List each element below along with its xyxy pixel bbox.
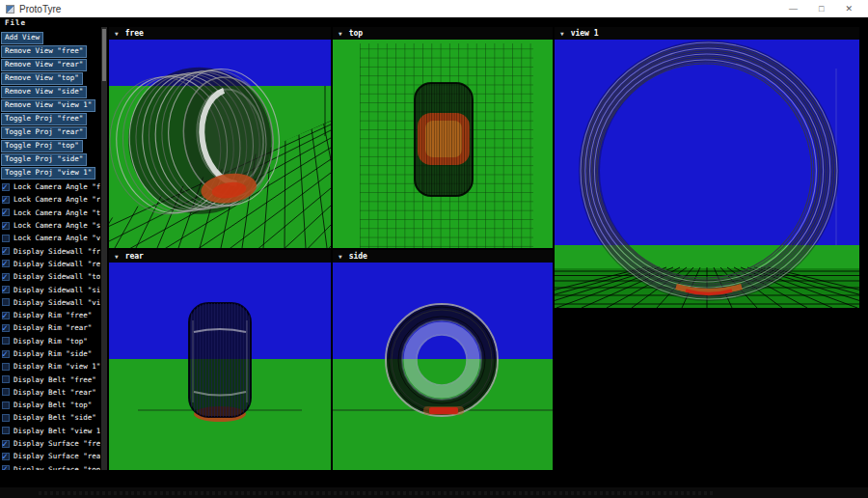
checkbox-unchecked[interactable] [2,298,10,306]
checkbox-checked[interactable]: ✓ [2,208,10,216]
viewport-free-scene[interactable] [109,40,331,248]
sidebar-button[interactable]: Remove View "top" [1,72,83,85]
sidebar-checkbox-row[interactable]: Display Belt "view 1" [0,425,100,437]
checkbox-checked[interactable]: ✓ [2,260,10,267]
checkbox-label: Lock Camera Angle "top" [14,208,100,217]
viewport-view1-scene[interactable] [555,40,859,308]
maximize-button[interactable]: □ [819,4,824,14]
checkbox-unchecked[interactable] [2,375,10,383]
checkbox-unchecked[interactable] [2,427,10,434]
viewport-top: ▼ top [333,27,553,248]
sidebar-checkbox-row[interactable]: ✓Display Surface "rear" [0,450,100,462]
checkbox-label: Display Rim "view 1" [14,362,100,371]
app-icon [6,5,14,14]
checkbox-checked[interactable]: ✓ [2,465,10,470]
sidebar-button[interactable]: Remove View "view 1" [1,99,95,112]
tire-model [189,303,251,422]
checkbox-checked[interactable]: ✓ [2,453,10,460]
menu-bar: File [0,17,868,27]
checkbox-label: Display Rim "top" [14,337,88,346]
viewport-side-scene[interactable] [333,263,553,470]
close-button[interactable]: ✕ [845,4,853,14]
sidebar-button[interactable]: Toggle Proj "view 1" [1,167,95,180]
sidebar-checkbox-row[interactable]: ✓Display Sidewall "side" [0,283,100,295]
sidebar-checkbox-row[interactable]: ✓Display Surface "free" [0,437,100,450]
checkbox-unchecked[interactable] [2,337,10,345]
sidebar-button[interactable]: Toggle Proj "free" [1,113,87,125]
checkbox-unchecked[interactable] [2,414,10,422]
sidebar-checkbox-row[interactable]: ✓Lock Camera Angle "rear" [0,193,100,206]
viewport-free-header[interactable]: ▼ free [109,27,331,40]
sidebar-checkbox-row[interactable]: ✓Display Sidewall "rear" [0,258,100,270]
viewport-rear: ▼ rear [109,250,331,470]
tire-model [415,83,473,196]
collapse-icon[interactable]: ▼ [339,253,342,260]
checkbox-label: Lock Camera Angle "free" [14,182,100,191]
checkbox-checked[interactable]: ✓ [2,183,10,191]
viewport-rear-scene[interactable] [109,263,331,470]
sidebar-checkbox-row[interactable]: ✓Display Surface "top" [0,463,100,470]
sidebar-checkbox-row[interactable]: ✓Display Rim "free" [0,309,100,321]
scrollbar-thumb[interactable] [102,29,106,81]
sidebar-scrollbar[interactable] [101,27,107,470]
checkbox-checked[interactable]: ✓ [2,350,10,358]
sidebar-checkbox-row[interactable]: ✓Lock Camera Angle "side" [0,219,100,232]
menu-item-file[interactable]: File [5,18,26,27]
minimize-button[interactable]: — [789,4,798,14]
sidebar-checkbox-row[interactable]: ✓Lock Camera Angle "top" [0,207,100,219]
sidebar-button[interactable]: Remove View "rear" [1,59,87,71]
sidebar-button[interactable]: Toggle Proj "rear" [1,126,87,139]
sidebar-button[interactable]: Remove View "side" [1,86,87,98]
sidebar-checkbox-row[interactable]: Display Sidewall "view 1" [0,296,100,309]
sidebar-checkbox-row[interactable]: ✓Display Sidewall "free" [0,244,100,257]
checkbox-unchecked[interactable] [2,235,10,242]
checkbox-checked[interactable]: ✓ [2,247,10,255]
checkbox-checked[interactable]: ✓ [2,324,10,332]
sidebar-button[interactable]: Remove View "free" [1,45,87,58]
viewport-free-title: free [125,29,144,38]
viewport-view1-header[interactable]: ▼ view 1 [555,27,859,40]
sidebar-button[interactable]: Toggle Proj "side" [1,153,87,166]
viewport-view1: ▼ view 1 [555,27,859,308]
checkbox-checked[interactable]: ✓ [2,222,10,230]
viewport-top-scene[interactable] [333,40,553,248]
checkbox-unchecked[interactable] [2,388,10,396]
checkbox-checked[interactable]: ✓ [2,196,10,204]
viewport-view1-title: view 1 [571,29,599,38]
sidebar-button[interactable]: Add View [1,32,43,44]
checkbox-label: Display Sidewall "rear" [14,260,100,268]
checkbox-checked[interactable]: ✓ [2,273,10,281]
checkbox-checked[interactable]: ✓ [2,440,10,448]
viewport-rear-header[interactable]: ▼ rear [109,250,331,263]
sidebar-checkbox-row[interactable]: Display Belt "rear" [0,386,100,399]
sidebar-checkbox-row[interactable]: Display Belt "top" [0,399,100,411]
sidebar-checkbox-row[interactable]: ✓Lock Camera Angle "free" [0,180,100,193]
checkbox-checked[interactable]: ✓ [2,286,10,293]
title-bar: ProtoTyre — □ ✕ [0,0,868,17]
checkbox-label: Lock Camera Angle "view 1" [14,234,100,242]
checkbox-unchecked[interactable] [2,363,10,371]
sidebar-checkbox-row[interactable]: Display Belt "free" [0,373,100,385]
viewport-side-header[interactable]: ▼ side [333,250,553,263]
checkbox-unchecked[interactable] [2,401,10,409]
collapse-icon[interactable]: ▼ [560,30,564,37]
window-title: ProtoTyre [19,4,61,14]
main-area: Add ViewRemove View "free"Remove View "r… [0,27,868,498]
checkbox-label: Display Surface "free" [14,439,100,448]
collapse-icon[interactable]: ▼ [115,30,119,37]
collapse-icon[interactable]: ▼ [115,253,119,260]
checkbox-checked[interactable]: ✓ [2,312,10,319]
collapse-icon[interactable]: ▼ [339,30,342,37]
checkbox-label: Display Belt "view 1" [14,427,100,435]
sidebar-checkbox-row[interactable]: Lock Camera Angle "view 1" [0,232,100,244]
sidebar-checkbox-row[interactable]: ✓Display Rim "side" [0,347,100,360]
checkbox-label: Lock Camera Angle "side" [14,221,100,230]
sidebar-checkbox-row[interactable]: Display Belt "side" [0,411,100,424]
sidebar-checkbox-row[interactable]: Display Rim "top" [0,335,100,347]
checkbox-label: Display Belt "side" [14,413,96,422]
sidebar-checkbox-row[interactable]: Display Rim "view 1" [0,360,100,373]
sidebar-button[interactable]: Toggle Proj "top" [1,140,83,152]
viewport-top-header[interactable]: ▼ top [333,27,553,40]
sidebar-checkbox-row[interactable]: ✓Display Rim "rear" [0,321,100,334]
sidebar-checkbox-row[interactable]: ✓Display Sidewall "top" [0,270,100,283]
